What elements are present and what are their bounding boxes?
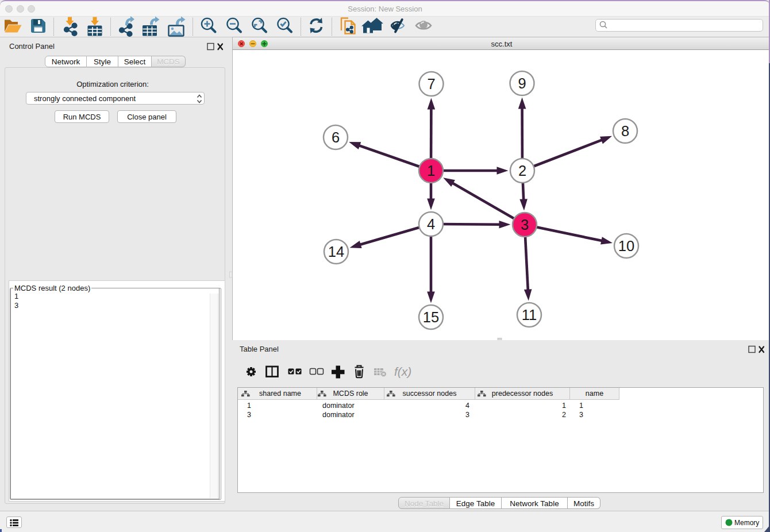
svg-text:2: 2 bbox=[518, 163, 526, 179]
svg-text:4: 4 bbox=[427, 216, 435, 232]
svg-text:8: 8 bbox=[621, 123, 629, 139]
svg-text:6: 6 bbox=[332, 129, 340, 145]
svg-text:15: 15 bbox=[423, 309, 439, 325]
svg-text:10: 10 bbox=[618, 238, 634, 254]
svg-text:11: 11 bbox=[522, 307, 537, 323]
svg-text:9: 9 bbox=[518, 75, 526, 91]
svg-text:f(x): f(x) bbox=[394, 365, 411, 378]
svg-text:7: 7 bbox=[427, 76, 435, 92]
svg-text:14: 14 bbox=[328, 244, 344, 260]
svg-text:3: 3 bbox=[521, 217, 529, 233]
svg-text:1: 1 bbox=[427, 163, 435, 179]
